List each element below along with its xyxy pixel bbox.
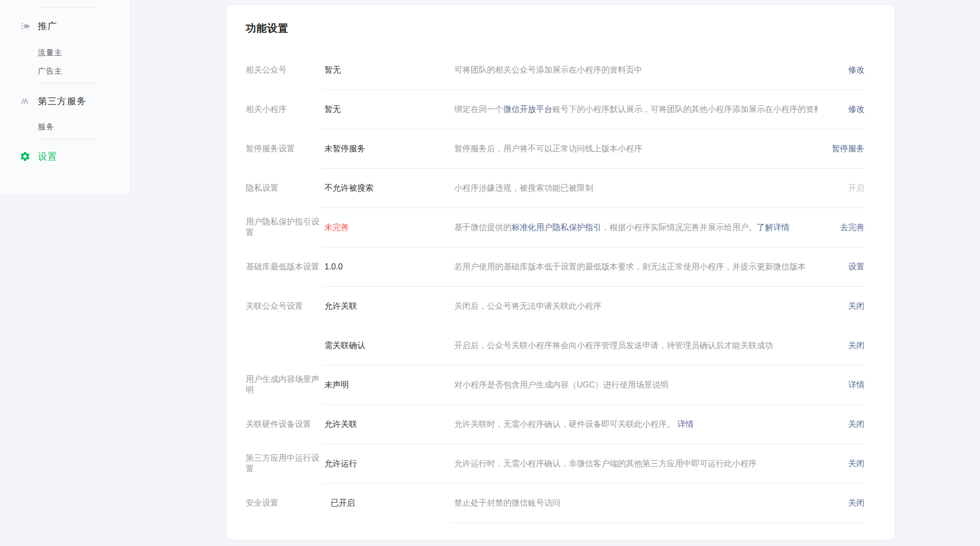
settings-table: 相关公众号 暂无 可将团队的相关公众号添加展示在小程序的资料页中 修改 相关小程… xyxy=(227,50,894,522)
row-action: 暂停服务 xyxy=(832,143,865,154)
description-inline-link[interactable]: 微信开放平台 xyxy=(503,104,552,113)
sidebar-item-label: 推广 xyxy=(38,20,57,32)
gear-icon xyxy=(19,151,31,162)
row-value: 暂无 xyxy=(324,64,450,75)
sidebar-item-third-party-services[interactable]: 第三方服务 xyxy=(0,94,130,108)
description-text: 绑定在同一个 xyxy=(454,104,503,113)
page-title: 功能设置 xyxy=(227,5,894,50)
row-action: 修改 xyxy=(848,104,865,115)
sidebar-item-label: 设置 xyxy=(38,150,57,163)
row-value: 不允许被搜索 xyxy=(324,183,450,193)
row-description: 开启后，公众号关联小程序将会向小程序管理员发送申请，待管理员确认后才能关联成功 xyxy=(454,340,818,351)
table-row: 安全设置 已开启 禁止处于封禁的微信账号访问 关闭 xyxy=(227,483,894,522)
table-row: 暂停服务设置 未暂停服务 暂停服务后，用户将不可以正常访问线上版本小程序 暂停服… xyxy=(227,129,894,168)
description-text: 开启后，公众号关联小程序将会向小程序管理员发送申请，待管理员确认后才能关联成功 xyxy=(454,340,773,349)
row-action-link: 开启 xyxy=(848,183,865,192)
description-inline-link[interactable]: 了解详情 xyxy=(757,222,789,231)
row-label: 基础库最低版本设置 xyxy=(246,261,322,272)
table-row: 需关联确认 开启后，公众号关联小程序将会向小程序管理员发送申请，待管理员确认后才… xyxy=(227,326,894,365)
sidebar-item-advertiser[interactable]: 广告主 xyxy=(38,65,62,77)
row-description: 小程序涉嫌违规，被搜索功能已被限制 xyxy=(454,183,818,193)
table-row: 用户生成内容场景声明 未声明 对小程序是否包含用户生成内容（UGC）进行使用场景… xyxy=(227,365,894,404)
row-value: 允许关联 xyxy=(324,301,450,311)
row-label: 相关小程序 xyxy=(246,104,322,115)
description-text: 允许运行时，无需小程序确认，非微信客户端的其他第三方应用中即可运行此小程序 xyxy=(454,459,757,467)
row-action: 详情 xyxy=(848,379,865,390)
row-action: 关闭 xyxy=(848,301,865,311)
sidebar-item-label: 第三方服务 xyxy=(38,95,86,107)
row-label: 用户生成内容场景声明 xyxy=(246,374,322,396)
row-value: 需关联确认 xyxy=(324,340,450,351)
row-action-link[interactable]: 关闭 xyxy=(848,419,865,428)
row-description: 允许运行时，无需小程序确认，非微信客户端的其他第三方应用中即可运行此小程序 xyxy=(454,458,818,469)
sidebar-item-traffic[interactable]: 流量主 xyxy=(38,47,62,58)
row-action-link[interactable]: 设置 xyxy=(848,262,865,270)
sidebar-divider xyxy=(38,83,95,83)
row-action-link[interactable]: 修改 xyxy=(848,65,865,74)
row-description: 允许关联时，无需小程序确认，硬件设备即可关联此小程序。 详情 xyxy=(454,419,818,429)
row-label: 安全设置 xyxy=(246,497,322,508)
description-text: 禁止处于封禁的微信账号访问 xyxy=(454,498,561,507)
description-text: ，根据小程序实际情况完善并展示给用户。 xyxy=(601,222,757,231)
row-description: 对小程序是否包含用户生成内容（UGC）进行使用场景说明 xyxy=(454,379,818,390)
description-text: 若用户使用的基础库版本低于设置的最低版本要求，则无法正常使用小程序，并提示更新微… xyxy=(454,262,806,270)
row-label: 暂停服务设置 xyxy=(246,143,322,154)
sidebar-item-promotion[interactable]: 推广 xyxy=(0,19,130,33)
row-action-link[interactable]: 详情 xyxy=(848,380,865,389)
row-value: 1.0.0 xyxy=(324,262,450,271)
table-row: 基础库最低版本设置 1.0.0 若用户使用的基础库版本低于设置的最低版本要求，则… xyxy=(227,247,894,286)
sidebar: 推广 流量主 广告主 第三方服务 服务 设置 xyxy=(0,0,131,193)
row-description: 可将团队的相关公众号添加展示在小程序的资料页中 xyxy=(454,64,818,75)
table-row: 关联公众号设置 允许关联 关闭后，公众号将无法申请关联此小程序 关闭 xyxy=(227,286,894,326)
row-action-link[interactable]: 关闭 xyxy=(848,498,865,507)
row-action: 开启 xyxy=(848,183,865,193)
row-description: 基于微信提供的标准化用户隐私保护指引，根据小程序实际情况完善并展示给用户。了解详… xyxy=(454,222,818,233)
row-action-link[interactable]: 关闭 xyxy=(848,301,865,310)
table-row: 隐私设置 不允许被搜索 小程序涉嫌违规，被搜索功能已被限制 开启 xyxy=(227,168,894,208)
table-row: 相关小程序 暂无 绑定在同一个微信开放平台账号下的小程序默认展示，可将团队的其他… xyxy=(227,89,894,129)
table-row: 第三方应用中运行设置 允许运行 允许运行时，无需小程序确认，非微信客户端的其他第… xyxy=(227,444,894,483)
row-action: 设置 xyxy=(848,261,865,272)
sidebar-item-settings[interactable]: 设置 xyxy=(0,149,130,164)
table-bottom-divider xyxy=(450,522,865,523)
row-label: 关联公众号设置 xyxy=(246,301,322,311)
row-value: 允许运行 xyxy=(324,458,450,469)
row-action-link[interactable]: 关闭 xyxy=(848,459,865,467)
row-action: 去完善 xyxy=(840,222,865,233)
description-inline-link[interactable]: 详情 xyxy=(677,419,693,428)
row-label: 相关公众号 xyxy=(246,64,322,75)
row-action: 修改 xyxy=(848,64,865,75)
description-text: 关闭后，公众号将无法申请关联此小程序 xyxy=(454,301,601,310)
row-action-link[interactable]: 暂停服务 xyxy=(832,144,865,152)
row-label: 关联硬件设备设置 xyxy=(246,419,322,429)
row-action-link[interactable]: 去完善 xyxy=(840,222,865,231)
settings-card: 功能设置 相关公众号 暂无 可将团队的相关公众号添加展示在小程序的资料页中 修改… xyxy=(227,5,894,539)
description-text: 可将团队的相关公众号添加展示在小程序的资料页中 xyxy=(454,65,642,74)
sidebar-item-service[interactable]: 服务 xyxy=(38,121,54,132)
row-value: 已开启 xyxy=(331,497,456,508)
row-label: 隐私设置 xyxy=(246,183,322,193)
row-action: 关闭 xyxy=(848,419,865,429)
description-text: 账号下的小程序默认展示，可将团队的其他小程序添加展示在小程序的资料页中 xyxy=(552,104,818,113)
description-text: 暂停服务后，用户将不可以正常访问线上版本小程序 xyxy=(454,144,642,152)
third-party-services-icon xyxy=(19,96,31,107)
row-description: 关闭后，公众号将无法申请关联此小程序 xyxy=(454,301,818,311)
description-inline-link[interactable]: 标准化用户隐私保护指引 xyxy=(511,222,601,231)
table-row: 相关公众号 暂无 可将团队的相关公众号添加展示在小程序的资料页中 修改 xyxy=(227,50,894,89)
row-value: 未声明 xyxy=(324,379,450,390)
sidebar-divider xyxy=(38,139,95,140)
table-row: 用户隐私保护指引设置 未完善 基于微信提供的标准化用户隐私保护指引，根据小程序实… xyxy=(227,208,894,247)
table-row: 关联硬件设备设置 允许关联 允许关联时，无需小程序确认，硬件设备即可关联此小程序… xyxy=(227,404,894,444)
description-text: 小程序涉嫌违规，被搜索功能已被限制 xyxy=(454,183,593,192)
sidebar-divider xyxy=(38,7,95,8)
row-action: 关闭 xyxy=(848,497,865,508)
row-value: 未完善 xyxy=(324,222,450,233)
description-text: 基于微信提供的 xyxy=(454,222,511,231)
row-value: 允许关联 xyxy=(324,419,450,429)
row-label: 用户隐私保护指引设置 xyxy=(246,217,322,238)
row-action-link[interactable]: 关闭 xyxy=(848,340,865,349)
description-text: 对小程序是否包含用户生成内容（UGC）进行使用场景说明 xyxy=(454,380,669,389)
row-action-link[interactable]: 修改 xyxy=(848,104,865,113)
row-value: 暂无 xyxy=(324,104,450,115)
row-action: 关闭 xyxy=(848,340,865,351)
